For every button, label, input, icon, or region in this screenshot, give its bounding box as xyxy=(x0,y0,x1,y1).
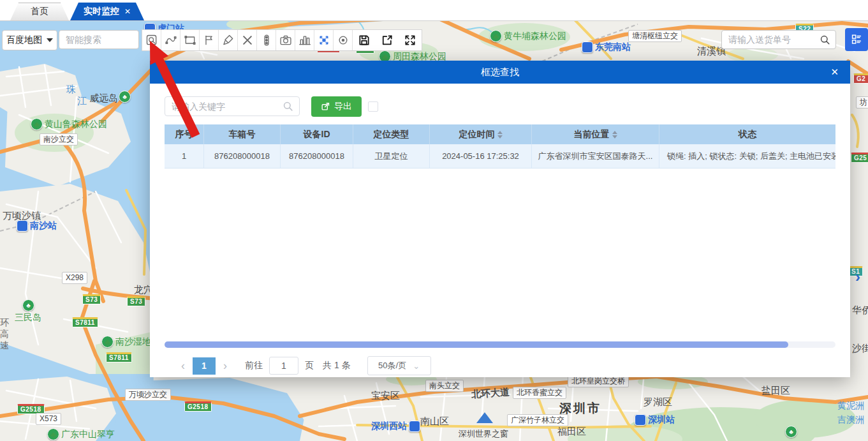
page-unit-label: 页 xyxy=(305,360,314,371)
box-select-search-button[interactable] xyxy=(142,30,161,50)
checkbox[interactable] xyxy=(368,101,378,112)
box-select-search-dialog: 框选查找 ✕ 导出 序号车箱号设备ID定位类型定位时间当前位置状态 187620… xyxy=(150,61,850,377)
column-header: 序号 xyxy=(165,124,204,144)
search-icon[interactable] xyxy=(819,34,831,46)
results-table: 序号车箱号设备ID定位类型定位时间当前位置状态 1876208000018876… xyxy=(165,124,835,168)
panel-list-button[interactable] xyxy=(845,28,868,51)
map-type-select[interactable]: 百度地图 xyxy=(2,30,57,50)
traffic-light-button[interactable] xyxy=(257,30,276,50)
map-type-label: 百度地图 xyxy=(6,34,42,46)
total-count-label: 共 1 条 xyxy=(323,360,351,371)
next-page-button[interactable]: › xyxy=(223,359,227,373)
table-row[interactable]: 1876208000018876208000018卫星定位2024-05-16 … xyxy=(165,144,835,168)
table-header: 序号车箱号设备ID定位类型定位时间当前位置状态 xyxy=(165,124,835,144)
table-cell: 876208000018 xyxy=(204,144,281,168)
list-panel-icon xyxy=(850,33,864,47)
horizontal-scrollbar-thumb[interactable] xyxy=(165,341,788,348)
polyline-select-button[interactable] xyxy=(161,30,180,50)
save-button[interactable] xyxy=(353,30,376,50)
export-icon xyxy=(321,102,330,112)
column-header[interactable]: 当前位置 xyxy=(532,124,659,144)
goto-page-input[interactable] xyxy=(269,357,298,375)
tab-monitor-label: 实时监控 xyxy=(84,6,119,17)
table-body: 1876208000018876208000018卫星定位2024-05-16 … xyxy=(165,144,835,168)
flag-mark-button[interactable] xyxy=(200,30,219,50)
page-size-value: 50条/页 xyxy=(378,360,406,371)
chevron-down-icon xyxy=(47,38,53,45)
open-external-button[interactable] xyxy=(376,30,399,50)
close-icon[interactable]: ✕ xyxy=(830,61,839,84)
horizontal-scrollbar-track[interactable] xyxy=(165,341,835,348)
waybill-search xyxy=(721,30,836,49)
table-cell: 2024-05-16 17:25:32 xyxy=(430,144,532,168)
export-label: 导出 xyxy=(334,101,352,112)
clear-brush-button[interactable] xyxy=(219,30,238,50)
pagination: ‹ 1 › 前往 页 共 1 条 50条/页 ⌄ xyxy=(165,356,835,375)
search-icon[interactable] xyxy=(282,100,294,112)
tab-bar: 首页 实时监控 ✕ xyxy=(0,0,868,21)
sort-icon[interactable] xyxy=(612,131,617,138)
clear-cross-button[interactable] xyxy=(238,30,257,50)
table-cell: 1 xyxy=(165,144,204,168)
fullscreen-button[interactable] xyxy=(399,30,422,50)
goto-label: 前往 xyxy=(245,360,263,371)
tab-close-icon[interactable]: ✕ xyxy=(124,7,131,16)
dialog-title: 框选查找 xyxy=(481,66,519,78)
chevron-down-icon: ⌄ xyxy=(413,361,420,371)
page-number-button[interactable]: 1 xyxy=(193,357,216,375)
keyword-search xyxy=(165,96,300,116)
column-header: 定位类型 xyxy=(353,124,430,144)
prev-page-button[interactable]: ‹ xyxy=(181,359,185,373)
dialog-header[interactable]: 框选查找 ✕ xyxy=(150,61,850,84)
locate-target-button[interactable] xyxy=(334,30,353,50)
column-header: 车箱号 xyxy=(204,124,281,144)
cluster-refresh-button[interactable] xyxy=(314,30,334,50)
column-header[interactable]: 定位时间 xyxy=(430,124,532,144)
export-button[interactable]: 导出 xyxy=(311,96,362,117)
screenshot-camera-button[interactable] xyxy=(276,30,295,50)
keyword-input[interactable] xyxy=(165,96,300,116)
table-cell: 卫星定位 xyxy=(353,144,430,168)
column-header: 设备ID xyxy=(281,124,353,144)
smart-search-input[interactable] xyxy=(59,30,139,49)
map-toolbar xyxy=(142,29,422,51)
app-window: Ω虎门站♣黄牛埔森林公园Ω东莞南站塘清枢纽立交S22清溪镇♣周田森林公园G107… xyxy=(0,0,868,441)
table-cell: 锁绳: 插入; 锁状态: 关锁; 后盖关; 主电池已安装; ... xyxy=(659,144,835,168)
page-size-select[interactable]: 50条/页 ⌄ xyxy=(367,356,431,375)
bar-chart-button[interactable] xyxy=(295,30,314,50)
tab-home-label: 首页 xyxy=(31,6,48,17)
table-cell: 广东省深圳市宝安区国泰路天... xyxy=(532,144,659,168)
tab-home[interactable]: 首页 xyxy=(10,3,69,20)
table-cell: 876208000018 xyxy=(281,144,353,168)
tab-realtime-monitor[interactable]: 实时监控 ✕ xyxy=(70,3,144,20)
column-header: 状态 xyxy=(659,124,835,144)
rect-select-button[interactable] xyxy=(180,30,200,50)
panel-expand-chevron[interactable]: › xyxy=(855,268,860,286)
sort-icon[interactable] xyxy=(497,131,503,138)
